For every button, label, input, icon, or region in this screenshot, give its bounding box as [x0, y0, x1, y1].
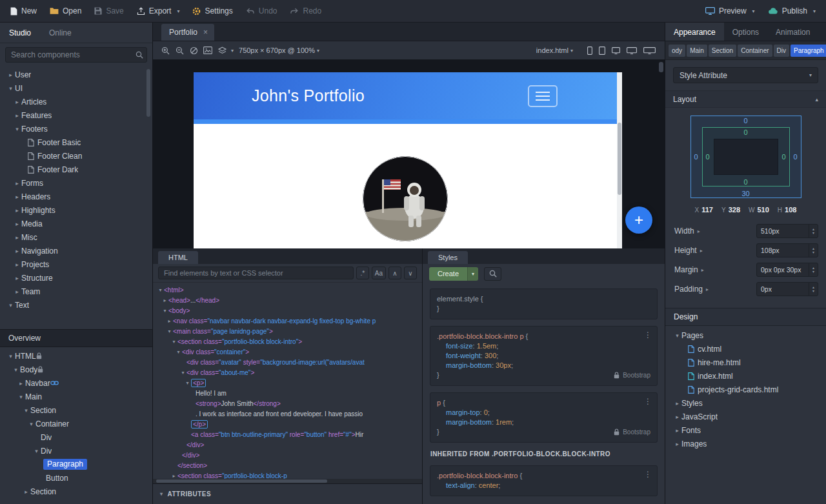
settings-button[interactable]: Settings — [186, 0, 239, 22]
canvas-scrollbar[interactable] — [659, 62, 663, 247]
spin-down-icon[interactable]: ▾ — [812, 231, 814, 235]
tree-item-div[interactable]: ▾Div — [0, 444, 152, 458]
spin-down-icon[interactable]: ▾ — [812, 270, 814, 274]
tree-item-structure[interactable]: ▸Structure — [0, 271, 152, 285]
tree-item-articles[interactable]: ▸Articles — [0, 95, 152, 108]
chevron-right-icon[interactable]: ▸ — [13, 234, 21, 241]
code-line-19[interactable]: ▸<section class="portfolio-block block-p — [153, 470, 422, 479]
padding-input[interactable]: 0px▴▾ — [756, 282, 818, 296]
tree-item-navigation[interactable]: ▸Navigation — [0, 244, 152, 257]
tree-item-index-html[interactable]: index.html — [665, 369, 826, 383]
chevron-down-icon[interactable]: ▾ — [6, 353, 15, 359]
chevron-right-icon[interactable]: ▸ — [673, 427, 681, 434]
tree-item-paragraph[interactable]: Paragraph — [0, 458, 152, 471]
match-case-button[interactable]: Aa — [372, 267, 386, 279]
code-hscrollbar[interactable] — [153, 479, 422, 483]
zoom-in-icon[interactable] — [158, 44, 172, 57]
margin-input[interactable]: 0px 0px 30px▴▾ — [756, 263, 818, 277]
next-match-button[interactable]: ∨ — [404, 267, 417, 279]
add-element-fab[interactable]: + — [625, 207, 652, 234]
chevron-down-icon[interactable]: ▾ — [17, 394, 25, 400]
chevron-right-icon[interactable]: ▸ — [673, 414, 681, 420]
chevron-right-icon[interactable]: ▸ — [13, 194, 21, 200]
padding-top-value[interactable]: 0 — [703, 128, 789, 136]
tree-item-navbar[interactable]: ▸Navbar — [0, 376, 152, 390]
chevron-down-icon[interactable]: ▾ — [170, 339, 177, 345]
chevron-right-icon[interactable]: ▸ — [13, 248, 21, 254]
tab-animation[interactable]: Animation — [767, 23, 818, 41]
code-line-14[interactable]: </p> — [153, 419, 422, 429]
tab-studio[interactable]: Studio — [0, 23, 40, 43]
chevron-down-icon[interactable]: ▾ — [231, 48, 234, 54]
chevron-right-icon[interactable]: ▸ — [161, 297, 168, 303]
box-model[interactable]: 0 0 0 30 0 0 0 0 — [690, 116, 801, 198]
layout-section-header[interactable]: Layout ▴ — [665, 90, 826, 108]
chevron-right-icon[interactable]: ▸ — [13, 112, 21, 119]
open-button[interactable]: Open — [43, 0, 88, 22]
tree-item-projects-grid-cards-html[interactable]: projects-grid-cards.html — [665, 383, 826, 396]
canvas-size-select[interactable]: 750px × 670px @ 100% ▾ — [239, 46, 319, 54]
chevron-right-icon[interactable]: ▸ — [17, 380, 25, 387]
tree-item-styles[interactable]: ▸Styles — [665, 396, 826, 410]
tree-item-button[interactable]: Button — [0, 471, 152, 485]
tab-styles[interactable]: Styles — [428, 251, 468, 264]
chevron-right-icon[interactable]: ▸ — [13, 221, 21, 227]
tree-item-user[interactable]: ▸User — [0, 68, 152, 81]
breadcrumb-item-paragraph[interactable]: Paragraph — [791, 45, 826, 57]
tree-item-footers[interactable]: ▾Footers — [0, 122, 152, 136]
open-file-select[interactable]: index.html ▾ — [536, 46, 573, 54]
padding-left-value[interactable]: 0 — [706, 153, 710, 161]
scrollbar-thumb[interactable] — [146, 69, 150, 117]
chevron-down-icon[interactable]: ▾ — [184, 380, 191, 386]
page-title[interactable]: John's Portfolio — [252, 86, 365, 105]
tree-item-highlights[interactable]: ▸Highlights — [0, 203, 152, 217]
margin-right-value[interactable]: 0 — [793, 153, 797, 161]
rule-options-icon[interactable]: ⋮ — [644, 330, 652, 340]
width-input[interactable]: 510px▴▾ — [756, 224, 818, 238]
height-input[interactable]: 108px▴▾ — [756, 243, 818, 257]
chevron-right-icon[interactable]: ▸ — [170, 473, 177, 479]
chevron-right-icon[interactable]: ▸ — [673, 441, 681, 447]
code-line-5[interactable]: ▾<main class="page lanidng-page"> — [153, 326, 422, 336]
tree-item-pages[interactable]: ▾Pages — [665, 328, 826, 342]
no-style-icon[interactable] — [186, 44, 201, 57]
chevron-right-icon[interactable]: ▸ — [22, 489, 30, 495]
avatar-image[interactable] — [363, 156, 448, 241]
stepper-arrows[interactable]: ▴▾ — [809, 244, 818, 257]
padding-right-value[interactable]: 0 — [781, 153, 785, 161]
tree-item-images[interactable]: ▸Images — [665, 437, 826, 450]
export-button[interactable]: Export▾ — [130, 0, 186, 22]
code-line-7[interactable]: ▾<div class="container"> — [153, 347, 422, 357]
code-line-8[interactable]: <div class="avatar" style="background-im… — [153, 357, 422, 367]
chevron-right-icon[interactable]: ▸ — [701, 267, 704, 273]
hamburger-menu-icon[interactable] — [528, 85, 558, 107]
tree-item-container[interactable]: ▾Container — [0, 417, 152, 430]
code-line-2[interactable]: ▸<head>...</head> — [153, 295, 422, 305]
chevron-down-icon[interactable]: ▾ — [161, 308, 168, 314]
chevron-down-icon[interactable]: ▾ — [6, 302, 15, 308]
tree-item-html[interactable]: ▾HTML — [0, 349, 152, 363]
stepper-arrows[interactable]: ▴▾ — [809, 263, 818, 276]
chevron-down-icon[interactable]: ▾ — [179, 370, 186, 376]
tree-item-features[interactable]: ▸Features — [0, 108, 152, 122]
layers-icon[interactable] — [215, 44, 229, 57]
padding-bottom-value[interactable]: 0 — [703, 178, 789, 186]
chevron-right-icon[interactable]: ▸ — [13, 99, 21, 105]
chevron-down-icon[interactable]: ▾ — [12, 367, 20, 373]
screen-medium-icon[interactable] — [627, 47, 637, 54]
scrollbar-thumb[interactable] — [618, 123, 621, 195]
chevron-down-icon[interactable]: ▾ — [13, 126, 21, 132]
code-line-10[interactable]: ▾<p> — [153, 378, 422, 388]
tree-item-section[interactable]: ▾Section — [0, 403, 152, 417]
spin-down-icon[interactable]: ▾ — [812, 250, 814, 254]
create-style-button[interactable]: Create — [429, 267, 467, 281]
chevron-down-icon[interactable]: ▾ — [166, 328, 173, 334]
chevron-down-icon[interactable]: ▾ — [32, 448, 41, 454]
code-line-4[interactable]: ▸<nav class="navbar navbar-dark navbar-e… — [153, 316, 422, 326]
phone-icon[interactable] — [587, 46, 592, 55]
publish-button[interactable]: Publish▾ — [761, 0, 822, 22]
tree-item-javascript[interactable]: ▸JavaScript — [665, 410, 826, 423]
tree-item-forms[interactable]: ▸Forms — [0, 176, 152, 190]
stepper-arrows[interactable]: ▴▾ — [809, 283, 818, 296]
close-tab-icon[interactable]: × — [203, 28, 208, 37]
